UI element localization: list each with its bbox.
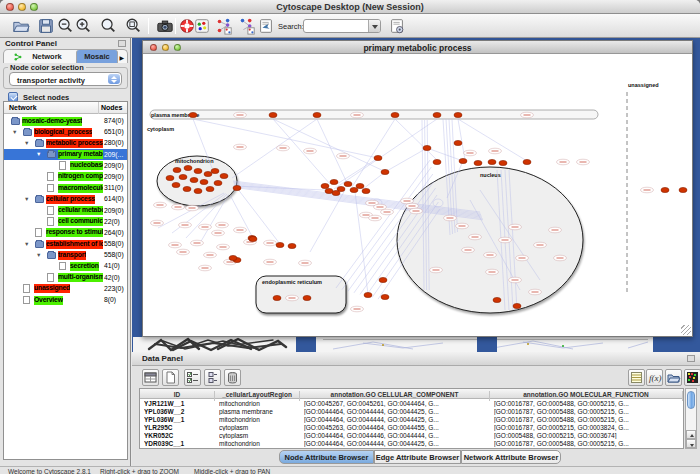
float-panel-icon[interactable] — [118, 40, 126, 47]
tree-row-count: 558(0) — [104, 240, 124, 247]
tree-row[interactable]: ▼establishment of lo558(0) — [4, 238, 127, 249]
expand-triangle-icon[interactable]: ▼ — [36, 151, 41, 157]
document-icon — [47, 273, 54, 282]
float-data-panel-icon[interactable] — [687, 355, 695, 362]
toolbar-separator — [175, 18, 176, 34]
expand-triangle-icon[interactable]: ▼ — [24, 140, 29, 146]
status-bar: Welcome to Cytoscape 2.8.1 Right-click +… — [0, 466, 700, 474]
preferences-icon[interactable] — [193, 17, 211, 35]
scrollbar-thumb[interactable] — [687, 391, 695, 409]
tree-row[interactable]: macromolecule311(0) — [4, 182, 127, 193]
zoom-out-icon[interactable] — [56, 17, 74, 35]
delete-attribute-icon[interactable] — [224, 369, 241, 386]
tab-overflow-arrow[interactable]: ▶ — [119, 54, 124, 61]
table-row[interactable]: YJR121W__1mitochondrion[GO:0045267, GO:0… — [140, 399, 683, 407]
tree-row-label: unassigned — [34, 284, 70, 293]
data-panel-header: Data Panel — [132, 352, 700, 366]
table-cell: [GO:0045267, GO:0045261, GO:0044464, G..… — [304, 400, 488, 407]
control-panel-tabs: Network Mosaic ▶ — [3, 49, 128, 63]
expand-triangle-icon[interactable]: ▼ — [24, 196, 29, 202]
import-attributes-icon[interactable] — [665, 369, 682, 386]
tree-row-count: 614(0) — [104, 195, 124, 202]
document-icon — [47, 217, 54, 226]
tree-row[interactable]: response to stimul264(0) — [4, 227, 127, 238]
browser-tab[interactable]: Network Attribute Browser — [461, 450, 561, 464]
tab-mosaic[interactable]: Mosaic — [76, 50, 118, 63]
function-builder-icon[interactable]: f(x) — [646, 369, 663, 386]
tree-row-count: 280(0) — [104, 139, 124, 146]
new-attribute-icon[interactable] — [162, 369, 179, 386]
tree-row-count: 209(0) — [104, 207, 124, 214]
tree-row[interactable]: ▼primary metabo209(... — [4, 149, 127, 160]
tree-row[interactable]: nucleobase-209(0) — [4, 160, 127, 171]
search-input[interactable] — [303, 19, 381, 33]
svg-text:f(x): f(x) — [649, 373, 662, 383]
scroll-up-icon[interactable] — [686, 430, 696, 439]
tree-row[interactable]: secretion41(0) — [4, 260, 127, 271]
tree-row[interactable]: ▼cellular process614(0) — [4, 193, 127, 204]
resize-grip-icon[interactable] — [681, 325, 691, 335]
browser-tab[interactable]: Node Attribute Browser — [279, 450, 374, 464]
annotation-icon[interactable] — [388, 17, 406, 35]
matrix-icon[interactable] — [204, 369, 221, 386]
zoom-selected-icon[interactable] — [99, 17, 117, 35]
layout-2-icon[interactable] — [238, 17, 256, 35]
table-scrollbar[interactable] — [685, 388, 697, 449]
group-label: Node color selection — [8, 63, 86, 72]
save-icon[interactable] — [37, 17, 55, 35]
vizmapper-icon[interactable] — [257, 17, 275, 35]
tree-row[interactable]: unassigned223(0) — [4, 283, 127, 294]
network-window-titlebar[interactable]: primary metabolic process — [143, 41, 692, 54]
tree-row[interactable]: cell communicat22(0) — [4, 216, 127, 227]
attribute-table[interactable]: ID_cellularLayoutRegionannotation.GO CEL… — [139, 388, 684, 449]
search-dropdown-icon[interactable] — [368, 20, 380, 32]
tree-row[interactable]: nitrogen compo209(0) — [4, 171, 127, 182]
tree-row[interactable]: ▼metabolic process280(0) — [4, 137, 127, 148]
table-row[interactable]: YPL036W__2plasma membrane[GO:0044464, GO… — [140, 407, 683, 415]
tree-row[interactable]: cellular metabo209(0) — [4, 205, 127, 216]
tab-mosaic-label: Mosaic — [84, 52, 109, 61]
table-cell: YLR295C — [144, 424, 213, 431]
table-row[interactable]: YPL036W__1mitochondrion[GO:0044464, GO:0… — [140, 415, 683, 423]
zoom-in-icon[interactable] — [74, 17, 92, 35]
table-cell: YDR039C__1 — [144, 440, 213, 447]
snapshot-camera-icon[interactable] — [156, 17, 174, 35]
table-cell: [GO:0016787, GO:0005488, GO:0005215, G..… — [494, 440, 681, 447]
select-attributes-icon[interactable] — [184, 369, 201, 386]
tree-row[interactable]: multi-organism pro42(0) — [4, 272, 127, 283]
node-color-selection-group: Node color selection transporter activit… — [3, 67, 128, 89]
tree-row-count: 264(0) — [104, 229, 124, 236]
zoom-fit-icon[interactable] — [124, 17, 142, 35]
layout-1-icon[interactable] — [215, 17, 233, 35]
background-windows[interactable] — [133, 337, 700, 352]
color-matrix-icon[interactable] — [684, 369, 700, 386]
node-color-combobox[interactable]: transporter activity — [9, 72, 122, 86]
tree-row[interactable]: mosaic-demo-yeast874(0) — [4, 115, 127, 126]
browser-tab[interactable]: Edge Attribute Browser — [374, 450, 461, 464]
tree-row-label: primary metabo — [58, 150, 103, 159]
table-cell: YJR121W__1 — [144, 400, 213, 407]
tree-row-label: biological_process — [34, 128, 92, 137]
attribute-list-icon[interactable] — [628, 369, 645, 386]
expand-triangle-icon[interactable]: ▼ — [24, 241, 29, 247]
tree-row-label: macromolecule — [58, 184, 103, 193]
open-folder-icon[interactable] — [12, 17, 30, 35]
cytoscape-window: Cytoscape Desktop (New Session) Search: … — [0, 0, 700, 474]
tab-network-label: Network — [32, 52, 62, 61]
table-row[interactable]: YDR039C__1mitochondrion[GO:0044464, GO:0… — [140, 440, 683, 448]
tab-network[interactable]: Network — [6, 50, 76, 63]
network-tree: Network Nodes mosaic-demo-yeast874(0)▼bi… — [3, 101, 128, 460]
table-row[interactable]: YLR295Ccytoplasm[GO:0045263, GO:0044464,… — [140, 423, 683, 431]
network-canvas[interactable]: plasma membranecytoplasmmitochondrionnuc… — [143, 54, 692, 336]
title-bar[interactable]: Cytoscape Desktop (New Session) — [0, 0, 700, 14]
attribute-table-icon[interactable] — [142, 369, 159, 386]
table-row[interactable]: YKR052Ccytoplasm[GO:0044464, GO:0044446,… — [140, 432, 683, 440]
tree-row[interactable]: ▼transport558(0) — [4, 249, 127, 260]
scroll-down-icon[interactable] — [686, 439, 696, 448]
expand-triangle-icon[interactable]: ▼ — [12, 129, 17, 135]
tree-row[interactable]: ▼biological_process651(0) — [4, 126, 127, 137]
network-view-window[interactable]: primary metabolic process plasma membran… — [142, 40, 693, 337]
expand-triangle-icon[interactable]: ▼ — [36, 252, 41, 258]
tree-row[interactable]: Overview8(0) — [4, 294, 127, 305]
combo-stepper-icon[interactable] — [108, 74, 120, 84]
